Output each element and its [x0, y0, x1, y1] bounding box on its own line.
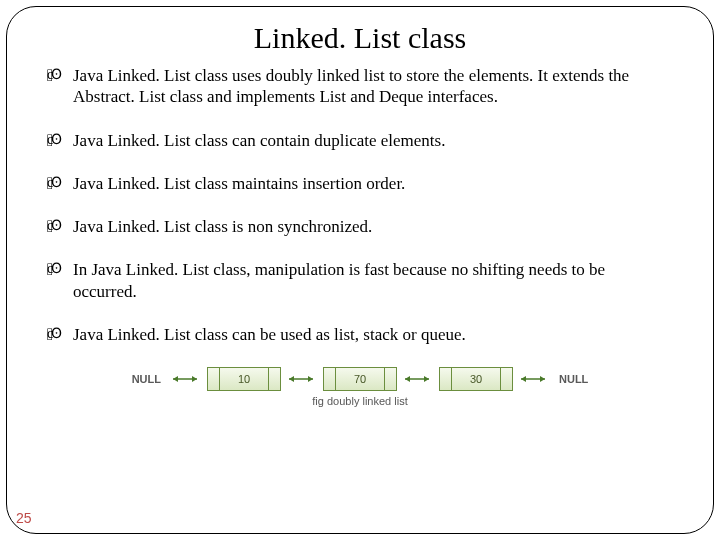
list-item: cʘJava Linked. List class can be used as…	[47, 324, 673, 345]
linked-list-diagram: NULL 10 70 30	[47, 367, 673, 391]
bullet-icon: cʘ	[47, 217, 60, 235]
svg-marker-5	[289, 376, 294, 382]
bullet-icon: cʘ	[47, 260, 60, 278]
bullet-icon: cʘ	[47, 131, 60, 149]
node-next-handle	[500, 368, 512, 390]
list-item-text: In Java Linked. List class, manipulation…	[73, 260, 605, 300]
svg-marker-7	[424, 376, 429, 382]
list-item-text: Java Linked. List class uses doubly link…	[73, 66, 629, 106]
list-item: cʘJava Linked. List class can contain du…	[47, 130, 673, 151]
list-item: cʘIn Java Linked. List class, manipulati…	[47, 259, 673, 302]
null-right-label: NULL	[555, 373, 592, 385]
null-left-label: NULL	[128, 373, 165, 385]
diagram-caption: fig doubly linked list	[47, 395, 673, 407]
list-item-text: Java Linked. List class can be used as l…	[73, 325, 466, 344]
page-title: Linked. List class	[47, 21, 673, 55]
node-prev-handle	[324, 368, 336, 390]
svg-marker-8	[405, 376, 410, 382]
list-item: cʘJava Linked. List class is non synchro…	[47, 216, 673, 237]
arrow-icon	[287, 375, 317, 383]
arrow-icon	[519, 375, 549, 383]
svg-marker-2	[173, 376, 178, 382]
node-prev-handle	[440, 368, 452, 390]
bullet-icon: cʘ	[47, 174, 60, 192]
arrow-icon	[171, 375, 201, 383]
node-value: 30	[452, 368, 500, 390]
svg-marker-1	[192, 376, 197, 382]
bullet-icon: cʘ	[47, 66, 60, 84]
slide-frame: Linked. List class cʘJava Linked. List c…	[6, 6, 714, 534]
svg-marker-4	[308, 376, 313, 382]
node-value: 70	[336, 368, 384, 390]
list-item: cʘJava Linked. List class uses doubly li…	[47, 65, 673, 108]
list-item-text: Java Linked. List class maintains insert…	[73, 174, 405, 193]
bullet-list: cʘJava Linked. List class uses doubly li…	[47, 65, 673, 345]
svg-marker-10	[540, 376, 545, 382]
list-item-text: Java Linked. List class can contain dupl…	[73, 131, 445, 150]
dll-node: 30	[439, 367, 513, 391]
list-item: cʘJava Linked. List class maintains inse…	[47, 173, 673, 194]
dll-node: 70	[323, 367, 397, 391]
bullet-icon: cʘ	[47, 325, 60, 343]
dll-node: 10	[207, 367, 281, 391]
node-next-handle	[268, 368, 280, 390]
node-next-handle	[384, 368, 396, 390]
arrow-icon	[403, 375, 433, 383]
page-number: 25	[16, 510, 32, 526]
node-prev-handle	[208, 368, 220, 390]
slide: Linked. List class cʘJava Linked. List c…	[0, 0, 720, 540]
node-value: 10	[220, 368, 268, 390]
list-item-text: Java Linked. List class is non synchroni…	[73, 217, 372, 236]
svg-marker-11	[521, 376, 526, 382]
